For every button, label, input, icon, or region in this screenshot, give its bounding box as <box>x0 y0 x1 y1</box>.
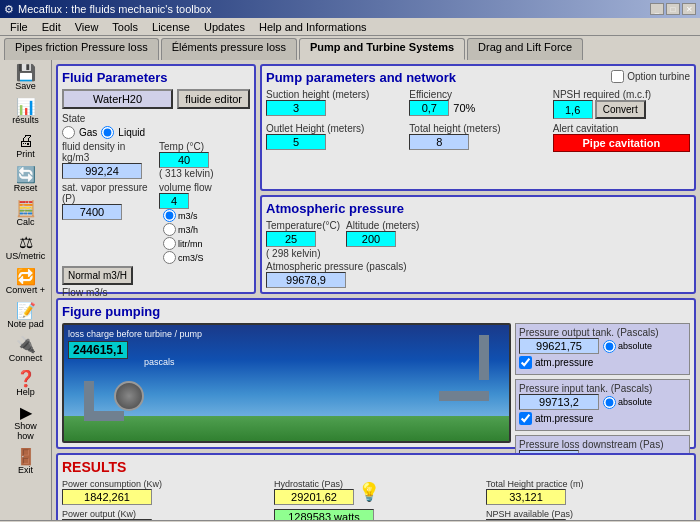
unit-m3s[interactable]: m3/s <box>163 209 250 222</box>
density-input[interactable] <box>62 163 142 179</box>
tab-pump[interactable]: Pump and Turbine Systems <box>299 38 465 60</box>
power-consumption-input[interactable] <box>62 489 152 505</box>
total-height-input[interactable] <box>409 134 469 150</box>
sidebar-item-print[interactable]: 🖨 Print <box>3 130 49 162</box>
sidebar-item-help[interactable]: ❓ Help <box>3 368 49 400</box>
gas-radio[interactable] <box>62 126 75 139</box>
atm-temp-input[interactable] <box>266 231 316 247</box>
temp-label: Temp (°C) <box>159 141 250 152</box>
power-consumption-item: Power consumption (Kw) <box>62 479 266 505</box>
sidebar-item-exit[interactable]: 🚪 Exit <box>3 446 49 478</box>
sidebar-label-exit: Exit <box>18 465 33 475</box>
power-output-input[interactable] <box>62 519 152 520</box>
menu-updates[interactable]: Updates <box>198 20 251 34</box>
menu-edit[interactable]: Edit <box>36 20 67 34</box>
atm-alt-input[interactable] <box>346 231 396 247</box>
pressure-input-radio-group: absolute <box>603 396 652 409</box>
close-button[interactable]: ✕ <box>682 3 696 15</box>
fluid-panel-title: Fluid Parameters <box>62 70 250 85</box>
unit-m3h[interactable]: m3/h <box>163 223 250 236</box>
save-icon: 💾 <box>16 65 36 81</box>
sidebar-label-reset: Reset <box>14 183 38 193</box>
total-height-practice-item: Total Height practice (m) <box>486 479 690 505</box>
input-atm-label: atm.pressure <box>535 413 593 424</box>
unit-litr[interactable]: litr/mn <box>163 237 250 250</box>
sidebar-item-notepad[interactable]: 📝 Note pad <box>3 300 49 332</box>
atm-row1: Temperature(°C) Altitude (meters) <box>266 220 690 247</box>
normal-m3h-button[interactable]: Normal m3/H <box>62 266 133 285</box>
menu-help[interactable]: Help and Informations <box>253 20 373 34</box>
liquid-label: Liquid <box>118 127 145 138</box>
unit-cm3s[interactable]: cm3/S <box>163 251 250 264</box>
tab-elements[interactable]: Éléments pressure loss <box>161 38 297 60</box>
total-height-practice-input[interactable] <box>486 489 566 505</box>
liquid-radio[interactable] <box>101 126 114 139</box>
minimize-button[interactable]: _ <box>650 3 664 15</box>
sidebar-item-showhow[interactable]: ▶ Show how <box>3 402 49 444</box>
sidebar-label-showhow: Show how <box>6 421 46 441</box>
state-section: State Gas Liquid <box>62 112 250 139</box>
tab-pipes[interactable]: Pipes friction Pressure loss <box>4 38 159 60</box>
sidebar-item-calc[interactable]: 🧮 Calc <box>3 198 49 230</box>
sidebar-label-connect: Connect <box>9 353 43 363</box>
menu-view[interactable]: View <box>69 20 105 34</box>
sidebar-item-results[interactable]: 📊 résults <box>3 96 49 128</box>
temp-input[interactable] <box>159 152 209 168</box>
input-atm-checkbox[interactable] <box>519 412 532 425</box>
efficiency-input[interactable] <box>409 100 449 116</box>
vapor-input[interactable] <box>62 204 122 220</box>
npsh-available-input[interactable] <box>486 519 566 520</box>
efficiency-pct: 70% <box>453 102 475 114</box>
title-bar-buttons[interactable]: _ □ ✕ <box>650 3 696 15</box>
pump-circle <box>114 381 144 411</box>
pressure-input-input[interactable] <box>519 394 599 410</box>
pressure-output-input[interactable] <box>519 338 599 354</box>
outlet-col: Outlet Height (meters) <box>266 123 403 152</box>
menu-file[interactable]: File <box>4 20 34 34</box>
pressure-input-row: absolute <box>519 394 686 410</box>
sidebar-item-reset[interactable]: 🔄 Reset <box>3 164 49 196</box>
output-atm-checkbox[interactable] <box>519 356 532 369</box>
convert-button[interactable]: Convert <box>595 100 646 119</box>
fluid-editor-button[interactable]: fluide editor <box>177 89 250 109</box>
menu-license[interactable]: License <box>146 20 196 34</box>
option-turbine-row: Option turbine <box>611 70 690 83</box>
figure-pumping-title: Figure pumping <box>62 304 690 319</box>
sidebar-item-save[interactable]: 💾 Save <box>3 62 49 94</box>
power-output-watts-input[interactable] <box>274 509 374 520</box>
npsh-input[interactable] <box>553 100 593 119</box>
outlet-label: Outlet Height (meters) <box>266 123 403 134</box>
figure-pumping-section: Figure pumping loss charge before turbin… <box>56 298 696 449</box>
atm-pressure-input[interactable] <box>266 272 346 288</box>
sidebar-label-convert: Convert + <box>6 285 45 295</box>
calc-icon: 🧮 <box>16 201 36 217</box>
app-icon: ⚙ <box>4 3 14 16</box>
output-atm-row: atm.pressure <box>519 356 686 369</box>
maximize-button[interactable]: □ <box>666 3 680 15</box>
fluid-name-button[interactable]: WaterH20 <box>62 89 173 109</box>
density-temp-row: fluid density in kg/m3 Temp (°C) ( 313 k… <box>62 141 250 179</box>
outlet-input[interactable] <box>266 134 326 150</box>
npsh-row: Convert <box>553 100 690 119</box>
tab-drag[interactable]: Drag and Lift Force <box>467 38 583 60</box>
sidebar-item-usmetric[interactable]: ⚖ US/metric <box>3 232 49 264</box>
efficiency-col: Efficiency 70% <box>409 89 546 119</box>
hydrostatic-input[interactable] <box>274 489 354 505</box>
npsh-label: NPSH required (m.c.f) <box>553 89 690 100</box>
menu-tools[interactable]: Tools <box>106 20 144 34</box>
pump-parameters-panel: Pump parameters and network Option turbi… <box>260 64 696 191</box>
sidebar: 💾 Save 📊 résults 🖨 Print 🔄 Reset 🧮 Calc … <box>0 60 52 520</box>
input-absolute-radio[interactable]: absolute <box>603 396 652 409</box>
atmospheric-title: Atmospheric pressure <box>266 201 690 216</box>
density-col: fluid density in kg/m3 <box>62 141 153 179</box>
output-absolute-radio[interactable]: absolute <box>603 340 652 353</box>
sidebar-item-convert[interactable]: 🔁 Convert + <box>3 266 49 298</box>
efficiency-row: 70% <box>409 100 546 116</box>
option-turbine-checkbox[interactable] <box>611 70 624 83</box>
sidebar-item-connect[interactable]: 🔌 Connect <box>3 334 49 366</box>
pascals-label: pascals <box>144 357 175 367</box>
volume-input[interactable] <box>159 193 189 209</box>
suction-input[interactable] <box>266 100 326 116</box>
title-bar: ⚙ Mecaflux : the fluids mechanic's toolb… <box>0 0 700 18</box>
total-height-col: Total height (meters) <box>409 123 546 152</box>
